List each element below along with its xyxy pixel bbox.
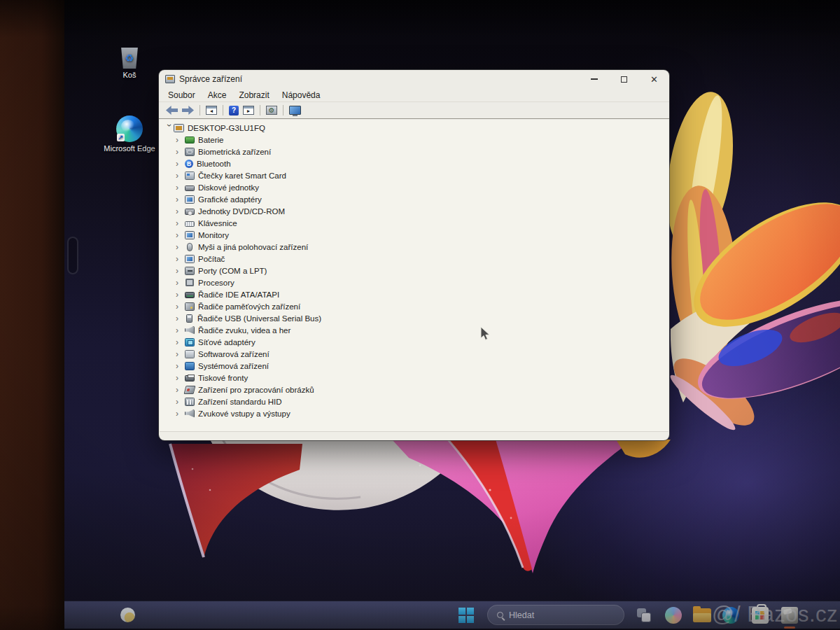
tree-item[interactable]: ›Síťové adaptéry [160, 336, 668, 348]
tree-item-label: Jednotky DVD/CD-ROM [198, 207, 285, 216]
tree-item-label: Tiskové fronty [198, 374, 248, 382]
chevron-right-icon[interactable]: › [176, 148, 185, 156]
chevron-right-icon[interactable]: › [176, 410, 185, 418]
tree-item[interactable]: ›Softwarová zařízení [160, 348, 668, 360]
tree-item[interactable]: ›Klávesnice [160, 217, 668, 229]
tree-item[interactable]: ›Myši a jiná polohovací zařízení [160, 241, 668, 253]
close-button[interactable]: ✕ [639, 70, 669, 88]
desktop-icon-recycle-bin[interactable]: ♻ Koš [103, 48, 156, 79]
tree-item[interactable]: ›Diskové jednotky [160, 181, 668, 193]
menu-item-soubor[interactable]: Soubor [162, 90, 202, 100]
tree-item[interactable]: ›BBluetooth [160, 158, 668, 169]
tree-item-label: Zařízení pro zpracování obrázků [198, 386, 314, 394]
tree-item[interactable]: ›Zařízení standardu HID [160, 396, 668, 407]
chevron-right-icon[interactable]: › [176, 267, 185, 275]
menu-item-akce[interactable]: Akce [202, 90, 233, 100]
tree-item-label: Klávesnice [198, 219, 237, 227]
display-icon [185, 195, 195, 204]
tree-item[interactable]: ›Zařízení pro zpracování obrázků [160, 384, 668, 396]
menu-item-zobrazit[interactable]: Zobrazit [232, 90, 275, 100]
search-input[interactable]: Hledat [487, 605, 624, 625]
tree-item[interactable]: ›Procesory [160, 276, 668, 288]
window-controls: ✕ [579, 70, 669, 88]
copilot-icon[interactable] [665, 607, 682, 624]
chevron-right-icon[interactable]: › [176, 255, 185, 263]
chevron-right-icon[interactable]: › [176, 207, 185, 216]
help-topics-icon[interactable] [289, 106, 301, 115]
window-title: Správce zařízení [179, 74, 242, 84]
watermark: @/ Bazos.cz [712, 602, 838, 627]
tree-item[interactable]: ›Baterie [160, 134, 668, 146]
desktop-icon-edge[interactable]: ↗ Microsoft Edge [103, 115, 156, 153]
bluetooth-icon: B [185, 160, 193, 168]
tree-item[interactable]: ›Biometrická zařízení [160, 146, 668, 158]
help-icon[interactable]: ? [229, 106, 239, 115]
tree-item[interactable]: ›Systémová zařízení [160, 360, 668, 372]
sound-icon [185, 326, 195, 335]
chevron-right-icon[interactable]: › [176, 398, 185, 406]
tree-item[interactable]: ›Řadiče IDE ATA/ATAPI [160, 288, 668, 300]
chevron-right-icon[interactable]: › [176, 279, 185, 287]
chevron-right-icon[interactable]: › [176, 172, 185, 180]
tree-item[interactable]: ›Jednotky DVD/CD-ROM [160, 205, 668, 217]
monitor-button [67, 237, 78, 274]
display-icon [185, 231, 195, 239]
tree-item[interactable]: ›Čtečky karet Smart Card [160, 169, 668, 181]
tree-item[interactable]: ›Grafické adaptéry [160, 193, 668, 205]
scan-hardware-icon[interactable]: ⚙ [266, 106, 277, 115]
chevron-right-icon[interactable]: › [176, 350, 185, 358]
toolbar-separator [283, 105, 284, 115]
back-icon[interactable] [166, 106, 178, 115]
tree-root[interactable]: › DESKTOP-G3LU1FQ [160, 122, 668, 134]
properties-window-icon[interactable]: ◂ [206, 106, 217, 115]
tree-item[interactable]: ›Řadiče zvuku, videa a her [160, 324, 668, 336]
tree-item[interactable]: ›Počítač [160, 253, 668, 265]
tree-item-label: Zvukové vstupy a výstupy [198, 410, 290, 418]
background-wall [0, 0, 64, 630]
sound-icon [185, 410, 195, 418]
start-button[interactable] [458, 607, 475, 624]
tree-item-label: Počítač [198, 255, 225, 263]
chevron-right-icon[interactable]: › [176, 243, 185, 251]
chevron-right-icon[interactable]: › [176, 231, 185, 239]
show-window-icon[interactable]: ▸ [243, 106, 254, 115]
forward-icon[interactable] [182, 106, 194, 115]
imaging-icon [184, 386, 196, 394]
chevron-right-icon[interactable]: › [176, 326, 185, 335]
shortcut-arrow-icon: ↗ [117, 134, 125, 141]
maximize-button[interactable] [609, 70, 639, 88]
status-bar [160, 431, 668, 440]
chevron-right-icon[interactable]: › [176, 314, 185, 323]
keyboard-icon [185, 221, 195, 227]
tree-item[interactable]: ›Monitory [160, 229, 668, 241]
tree-item-label: Monitory [198, 231, 229, 239]
chevron-right-icon[interactable]: › [176, 338, 185, 346]
chevron-right-icon[interactable]: › [176, 219, 185, 227]
tree-item-label: Bluetooth [197, 160, 231, 168]
port-icon [185, 267, 195, 275]
widgets-weather-icon[interactable] [120, 608, 135, 622]
tree-item[interactable]: ›Zvukové vstupy a výstupy [160, 407, 668, 419]
tree-item[interactable]: ›Řadiče USB (Universal Serial Bus) [160, 312, 668, 324]
tree-item[interactable]: ›Porty (COM a LPT) [160, 265, 668, 276]
menu-item-nápověda[interactable]: Nápověda [276, 90, 327, 100]
search-icon [497, 612, 503, 618]
chevron-right-icon[interactable]: › [176, 136, 185, 144]
chevron-down-icon[interactable]: › [165, 124, 174, 132]
chevron-right-icon[interactable]: › [176, 374, 185, 382]
chevron-right-icon[interactable]: › [176, 160, 185, 168]
file-explorer-icon[interactable] [693, 608, 711, 622]
tree-item-label: Čtečky karet Smart Card [198, 172, 286, 180]
chevron-right-icon[interactable]: › [176, 302, 185, 311]
tree-item[interactable]: ›Tiskové fronty [160, 372, 668, 384]
tree-items: ›Baterie›Biometrická zařízení›BBluetooth… [160, 134, 668, 419]
task-view-icon[interactable] [636, 607, 652, 624]
minimize-button[interactable] [579, 70, 609, 88]
title-bar[interactable]: Správce zařízení ✕ [159, 70, 669, 88]
chevron-right-icon[interactable]: › [176, 362, 185, 370]
hid-icon [185, 398, 195, 406]
chevron-right-icon[interactable]: › [176, 290, 185, 299]
tree-item[interactable]: ›Řadiče paměťových zařízení [160, 300, 668, 312]
chevron-right-icon[interactable]: › [176, 183, 185, 192]
chevron-right-icon[interactable]: › [176, 195, 185, 204]
